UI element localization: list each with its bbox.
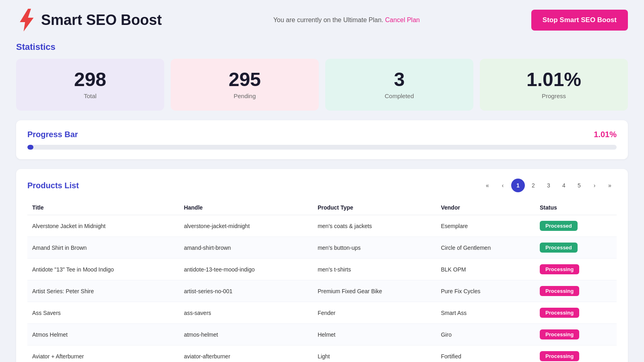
cell-vendor: Circle of Gentlemen bbox=[436, 237, 535, 259]
stat-number: 1.01% bbox=[488, 70, 620, 89]
stats-grid: 298 Total 295 Pending 3 Completed 1.01% … bbox=[16, 59, 628, 111]
cell-title: Ass Savers bbox=[27, 302, 179, 324]
cell-product_type: Light bbox=[313, 346, 436, 362]
status-badge: Processed bbox=[540, 221, 578, 231]
cell-vendor: Pure Fix Cycles bbox=[436, 280, 535, 302]
stat-label: Completed bbox=[333, 93, 465, 99]
table-row: Antidote "13" Tee in Mood Indigoantidote… bbox=[27, 259, 617, 280]
stat-label: Pending bbox=[179, 93, 311, 99]
progress-fill bbox=[27, 145, 33, 150]
cell-status: Processing bbox=[535, 346, 617, 362]
col-header-vendor: Vendor bbox=[436, 200, 535, 215]
app-title: Smart SEO Boost bbox=[41, 12, 162, 29]
cell-product_type: men's button-ups bbox=[313, 237, 436, 259]
pagination-page-2[interactable]: 2 bbox=[526, 179, 540, 192]
cell-product_type: men's t-shirts bbox=[313, 259, 436, 280]
status-badge: Processing bbox=[540, 264, 579, 274]
table-row: Amand Shirt in Brownamand-shirt-brownmen… bbox=[27, 237, 617, 259]
products-title: Products List bbox=[27, 181, 79, 190]
table-row: Alverstone Jacket in Midnightalverstone-… bbox=[27, 215, 617, 237]
status-badge: Processing bbox=[540, 286, 579, 296]
pagination-page-1[interactable]: 1 bbox=[511, 179, 525, 192]
products-table: TitleHandleProduct TypeVendorStatus Alve… bbox=[27, 200, 617, 362]
progress-title: Progress Bar bbox=[27, 130, 78, 139]
table-row: Atmos Helmetatmos-helmetHelmetGiroProces… bbox=[27, 324, 617, 346]
table-row: Aviator + Afterburneraviator-afterburner… bbox=[27, 346, 617, 362]
plan-text: You are currently on the Ultimate Plan. bbox=[273, 16, 383, 23]
cell-title: Amand Shirt in Brown bbox=[27, 237, 179, 259]
progress-header: Progress Bar 1.01% bbox=[27, 130, 617, 139]
cell-handle: amand-shirt-brown bbox=[179, 237, 313, 259]
pagination-last[interactable]: » bbox=[603, 179, 617, 192]
cell-vendor: BLK OPM bbox=[436, 259, 535, 280]
cell-product_type: Helmet bbox=[313, 324, 436, 346]
stat-card-progress: 1.01% Progress bbox=[480, 59, 628, 111]
cell-status: Processing bbox=[535, 280, 617, 302]
progress-card: Progress Bar 1.01% bbox=[16, 120, 628, 159]
logo-icon bbox=[16, 8, 36, 32]
table-header: TitleHandleProduct TypeVendorStatus bbox=[27, 200, 617, 215]
cell-product_type: Premium Fixed Gear Bike bbox=[313, 280, 436, 302]
cell-vendor: Fortified bbox=[436, 346, 535, 362]
col-header-handle: Handle bbox=[179, 200, 313, 215]
stat-card-pending: 295 Pending bbox=[171, 59, 319, 111]
pagination-page-4[interactable]: 4 bbox=[557, 179, 571, 192]
col-header-status: Status bbox=[535, 200, 617, 215]
cell-vendor: Smart Ass bbox=[436, 302, 535, 324]
cell-product_type: men's coats & jackets bbox=[313, 215, 436, 237]
stat-number: 295 bbox=[179, 70, 311, 89]
cell-handle: ass-savers bbox=[179, 302, 313, 324]
cell-status: Processing bbox=[535, 302, 617, 324]
cell-title: Atmos Helmet bbox=[27, 324, 179, 346]
stat-card-completed: 3 Completed bbox=[325, 59, 473, 111]
cell-handle: alverstone-jacket-midnight bbox=[179, 215, 313, 237]
stat-card-total: 298 Total bbox=[16, 59, 164, 111]
status-badge: Processing bbox=[540, 329, 579, 339]
cell-product_type: Fender bbox=[313, 302, 436, 324]
table-row: Artist Series: Peter Shireartist-series-… bbox=[27, 280, 617, 302]
stat-label: Total bbox=[24, 93, 156, 99]
cell-handle: atmos-helmet bbox=[179, 324, 313, 346]
cell-handle: aviator-afterburner bbox=[179, 346, 313, 362]
pagination-prev[interactable]: ‹ bbox=[496, 179, 510, 192]
cell-handle: artist-series-no-001 bbox=[179, 280, 313, 302]
status-badge: Processing bbox=[540, 351, 579, 361]
table-body: Alverstone Jacket in Midnightalverstone-… bbox=[27, 215, 617, 362]
cell-title: Aviator + Afterburner bbox=[27, 346, 179, 362]
cell-title: Artist Series: Peter Shire bbox=[27, 280, 179, 302]
pagination-page-3[interactable]: 3 bbox=[542, 179, 555, 192]
cell-status: Processing bbox=[535, 259, 617, 280]
stat-label: Progress bbox=[488, 93, 620, 99]
stat-number: 298 bbox=[24, 70, 156, 89]
cancel-plan-link[interactable]: Cancel Plan bbox=[385, 16, 420, 23]
col-header-product-type: Product Type bbox=[313, 200, 436, 215]
pagination-next[interactable]: › bbox=[588, 179, 601, 192]
logo-area: Smart SEO Boost bbox=[16, 8, 162, 32]
pagination-first[interactable]: « bbox=[481, 179, 494, 192]
statistics-section: Statistics 298 Total 295 Pending 3 Compl… bbox=[16, 42, 628, 111]
cell-vendor: Esemplare bbox=[436, 215, 535, 237]
cell-handle: antidote-13-tee-mood-indigo bbox=[179, 259, 313, 280]
cell-vendor: Giro bbox=[436, 324, 535, 346]
table-row: Ass Saversass-saversFenderSmart AssProce… bbox=[27, 302, 617, 324]
col-header-title: Title bbox=[27, 200, 179, 215]
cell-title: Antidote "13" Tee in Mood Indigo bbox=[27, 259, 179, 280]
pagination: «‹12345›» bbox=[481, 179, 617, 192]
cell-title: Alverstone Jacket in Midnight bbox=[27, 215, 179, 237]
status-badge: Processed bbox=[540, 243, 578, 253]
products-header: Products List «‹12345›» bbox=[27, 179, 617, 192]
cell-status: Processed bbox=[535, 215, 617, 237]
progress-percent: 1.01% bbox=[594, 130, 617, 139]
header: Smart SEO Boost You are currently on the… bbox=[16, 8, 628, 32]
products-card: Products List «‹12345›» TitleHandleProdu… bbox=[16, 169, 628, 362]
stat-number: 3 bbox=[333, 70, 465, 89]
progress-track bbox=[27, 145, 617, 150]
svg-marker-0 bbox=[20, 9, 33, 31]
statistics-title: Statistics bbox=[16, 42, 628, 52]
plan-info: You are currently on the Ultimate Plan. … bbox=[273, 16, 420, 24]
stop-boost-button[interactable]: Stop Smart SEO Boost bbox=[531, 10, 628, 31]
cell-status: Processed bbox=[535, 237, 617, 259]
cell-status: Processing bbox=[535, 324, 617, 346]
pagination-page-5[interactable]: 5 bbox=[572, 179, 586, 192]
status-badge: Processing bbox=[540, 308, 579, 318]
